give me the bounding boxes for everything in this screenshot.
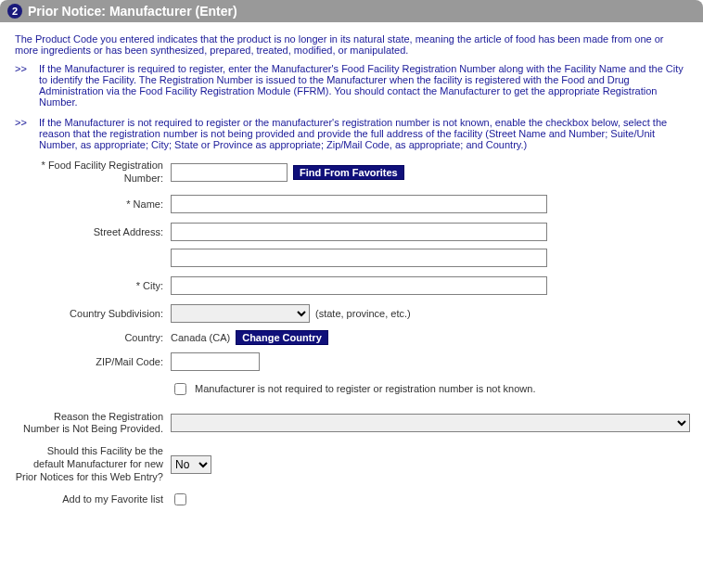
registration-number-input[interactable] xyxy=(171,163,288,182)
section-header: 2 Prior Notice: Manufacturer (Enter) xyxy=(0,0,703,22)
zip-label: ZIP/Mail Code: xyxy=(15,356,171,367)
find-from-favorites-button[interactable]: Find From Favorites xyxy=(293,165,404,180)
default-manufacturer-label: Should this Facility be the default Manu… xyxy=(15,445,171,483)
bullet-text-2: If the Manufacturer is not required to r… xyxy=(39,117,688,150)
reason-label: Reason the Registration Number is Not Be… xyxy=(15,411,171,437)
country-value: Canada (CA) xyxy=(171,332,230,343)
street-address-2-input[interactable] xyxy=(171,249,547,267)
bullet-text-1: If the Manufacturer is required to regis… xyxy=(39,63,688,108)
add-favorite-checkbox[interactable] xyxy=(174,493,186,505)
not-required-label: Manufacturer is not required to register… xyxy=(195,383,535,394)
city-input[interactable] xyxy=(171,276,547,295)
intro-text: The Product Code you entered indicates t… xyxy=(15,33,688,56)
name-label: * Name: xyxy=(15,198,171,210)
country-subdivision-label: Country Subdivision: xyxy=(15,308,171,319)
zip-input[interactable] xyxy=(171,352,260,371)
country-subdivision-hint: (state, province, etc.) xyxy=(315,308,411,319)
default-manufacturer-select[interactable]: No xyxy=(171,455,211,474)
not-required-checkbox[interactable] xyxy=(174,383,186,395)
reason-select[interactable] xyxy=(171,414,690,432)
section-title: Prior Notice: Manufacturer (Enter) xyxy=(28,4,237,19)
street-address-1-input[interactable] xyxy=(171,223,547,241)
add-favorite-label: Add to my Favorite list xyxy=(15,493,171,506)
change-country-button[interactable]: Change Country xyxy=(236,330,328,345)
country-label: Country: xyxy=(15,332,171,343)
step-number-badge: 2 xyxy=(7,4,22,19)
bullet-marker: >> xyxy=(15,117,39,150)
city-label: * City: xyxy=(15,280,171,291)
name-input[interactable] xyxy=(171,195,547,213)
country-subdivision-select[interactable] xyxy=(171,304,310,323)
street-address-label: Street Address: xyxy=(15,226,171,237)
registration-number-label: * Food Facility Registration Number: xyxy=(15,160,171,185)
bullet-marker: >> xyxy=(15,63,39,108)
